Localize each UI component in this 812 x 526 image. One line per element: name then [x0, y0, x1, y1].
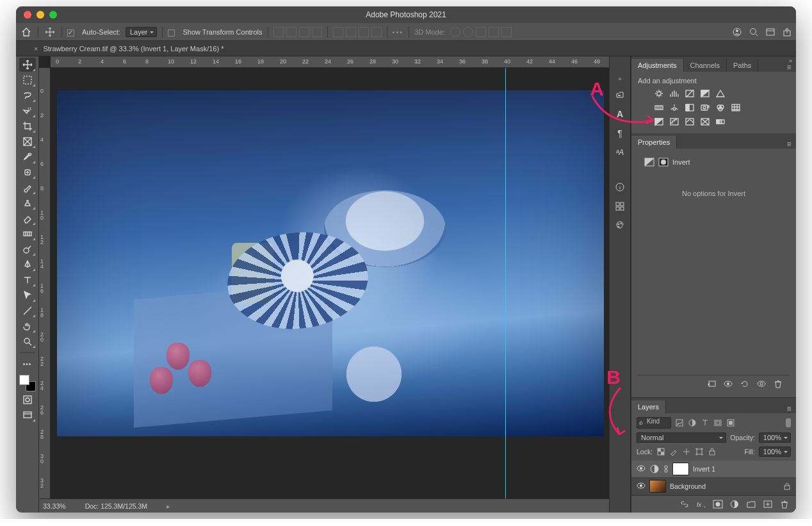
type-tool[interactable]	[19, 273, 36, 287]
align-stretch-icon[interactable]	[312, 27, 322, 37]
home-button[interactable]	[20, 26, 33, 38]
share-icon[interactable]	[782, 27, 792, 37]
lock-position-icon[interactable]	[682, 447, 691, 456]
align-right-icon[interactable]	[299, 27, 309, 37]
align-bottom-icon[interactable]	[359, 27, 369, 37]
clip-to-layer-icon[interactable]	[706, 379, 717, 388]
3d-roll-icon[interactable]	[463, 27, 473, 37]
new-adjustment-layer-icon[interactable]	[729, 500, 740, 509]
clone-stamp-tool[interactable]	[19, 196, 36, 210]
delete-adjustment-icon[interactable]	[773, 379, 783, 388]
brush-tool[interactable]	[19, 181, 36, 195]
tab-layers[interactable]: Layers	[631, 400, 666, 413]
hand-tool[interactable]	[19, 319, 36, 333]
color-swatches[interactable]	[19, 375, 36, 391]
layer-fx-icon[interactable]: fx	[696, 500, 706, 509]
adj-bw-icon[interactable]	[684, 103, 695, 113]
add-mask-icon[interactable]	[713, 500, 723, 509]
adj-gradient-map-icon[interactable]	[715, 117, 726, 127]
layer-visibility-toggle[interactable]	[637, 482, 646, 490]
paragraph-panel-icon[interactable]: ¶	[613, 127, 626, 140]
frame-tool[interactable]	[19, 135, 36, 149]
properties-panel-menu-icon[interactable]: ≡	[786, 140, 792, 149]
collapse-panels-icon[interactable]: »	[789, 58, 792, 64]
auto-select-checkbox[interactable]	[67, 29, 74, 37]
layers-panel-menu-icon[interactable]: ≡	[786, 404, 792, 413]
quick-select-tool[interactable]	[19, 104, 36, 118]
align-left-icon[interactable]	[273, 27, 284, 37]
window-maximize-button[interactable]	[49, 11, 57, 19]
3d-pan-icon[interactable]	[476, 27, 486, 37]
new-layer-icon[interactable]	[763, 500, 773, 509]
align-top-icon[interactable]	[333, 27, 343, 37]
document-tab-title[interactable]: Strawberry Cream.tif @ 33.3% (Invert 1, …	[43, 45, 223, 53]
document-tab-close-icon[interactable]: ×	[34, 45, 38, 53]
adj-channel-mixer-icon[interactable]	[715, 103, 726, 113]
expand-strip-icon[interactable]: »	[618, 76, 621, 82]
filter-type-icon[interactable]	[701, 418, 710, 427]
layer-mask-thumb[interactable]	[672, 463, 689, 475]
adj-brightness-icon[interactable]	[653, 88, 665, 99]
screen-mode-icon[interactable]	[19, 408, 36, 422]
layer-background[interactable]: Background	[631, 478, 796, 495]
filter-toggle-switch[interactable]	[786, 418, 791, 427]
healing-brush-tool[interactable]	[19, 165, 36, 179]
new-group-icon[interactable]	[746, 500, 756, 509]
layer-filter-input[interactable]: ⌕Kind	[637, 417, 671, 429]
opacity-input[interactable]: 100%	[759, 432, 791, 443]
adj-curves-icon[interactable]	[684, 88, 695, 99]
edit-toolbar-icon[interactable]: •••	[19, 357, 36, 371]
fill-input[interactable]: 100%	[759, 447, 791, 457]
more-options-icon[interactable]: •••	[393, 28, 404, 36]
window-minimize-button[interactable]	[37, 11, 44, 19]
layer-thumb[interactable]	[649, 480, 666, 493]
adjustments-panel-menu-icon[interactable]: ≡	[786, 63, 792, 72]
reset-icon[interactable]	[740, 379, 750, 388]
filter-smart-icon[interactable]	[726, 418, 735, 427]
pen-tool[interactable]	[19, 258, 36, 272]
toggle-visibility-icon[interactable]	[723, 379, 733, 388]
delete-layer-icon[interactable]	[779, 500, 790, 509]
adj-invert-icon[interactable]	[653, 117, 665, 127]
document-image[interactable]	[57, 90, 604, 436]
link-mask-icon[interactable]	[663, 464, 669, 474]
filter-pixel-icon[interactable]	[675, 418, 684, 427]
color-panel-icon[interactable]	[613, 219, 626, 232]
dodge-tool[interactable]	[19, 242, 36, 256]
layer-name[interactable]: Background	[670, 482, 706, 490]
move-tool[interactable]	[19, 58, 36, 72]
layer-invert-1[interactable]: Invert 1	[631, 461, 796, 478]
tab-paths[interactable]: Paths	[727, 59, 758, 72]
3d-orbit-icon[interactable]	[450, 27, 460, 37]
doc-info[interactable]: Doc: 125.3M/125.3M	[85, 502, 147, 510]
quick-mask-icon[interactable]	[19, 393, 36, 407]
visibility-snapshot-icon[interactable]	[756, 379, 767, 388]
search-icon[interactable]	[749, 27, 759, 37]
adj-vibrance-icon[interactable]	[715, 88, 726, 99]
lock-transparency-icon[interactable]	[656, 447, 665, 456]
filter-shape-icon[interactable]	[713, 418, 722, 427]
zoom-tool[interactable]	[19, 334, 36, 349]
crop-tool[interactable]	[19, 119, 36, 133]
workspace-switcher-icon[interactable]	[765, 27, 775, 37]
gradient-tool[interactable]	[19, 227, 36, 241]
adj-color-lookup-icon[interactable]	[730, 103, 742, 113]
ruler-horizontal[interactable]: 0246810121416182022242628303234363840424…	[51, 56, 609, 68]
adj-selective-color-icon[interactable]	[699, 117, 711, 127]
adj-exposure-icon[interactable]	[699, 88, 711, 99]
lock-artboard-icon[interactable]	[695, 447, 704, 456]
align-middle-icon[interactable]	[346, 27, 356, 37]
show-transform-checkbox[interactable]	[168, 29, 175, 37]
ruler-vertical[interactable]: 024681 01 21 41 61 82 02 22 42 62 83 03 …	[39, 68, 51, 498]
history-panel-icon[interactable]	[613, 88, 626, 101]
adj-color-balance-icon[interactable]	[669, 103, 680, 113]
adj-threshold-icon[interactable]	[684, 117, 695, 127]
tab-properties[interactable]: Properties	[631, 136, 677, 149]
swatches-panel-icon[interactable]	[613, 200, 626, 213]
eyedropper-tool[interactable]	[19, 150, 36, 164]
foreground-color[interactable]	[19, 375, 29, 385]
cloud-docs-icon[interactable]	[732, 27, 742, 37]
align-center-h-icon[interactable]	[286, 27, 296, 37]
3d-scale-icon[interactable]	[501, 27, 512, 37]
layer-name[interactable]: Invert 1	[693, 465, 715, 473]
